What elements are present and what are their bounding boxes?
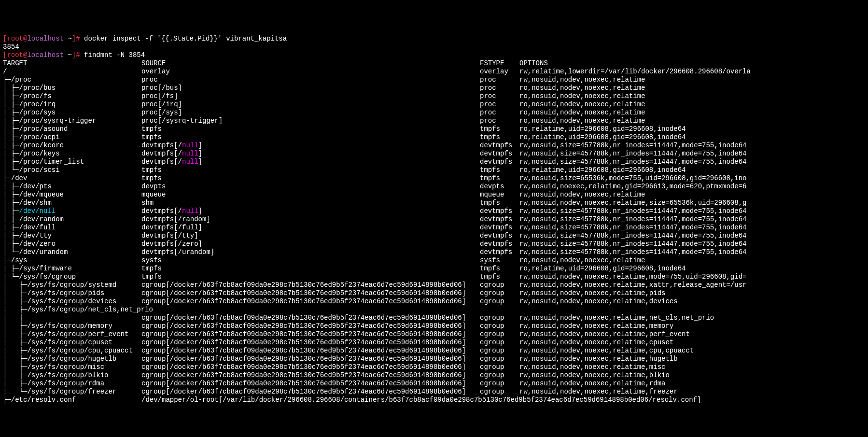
mount-row: │ ├─/dev/ttydevtmpfs[/tty]devtmpfsrw,nos… xyxy=(3,232,865,240)
mount-row: │ │cgroup[/docker/b63f7cb8acf09da0e298c7… xyxy=(3,314,865,322)
mount-fstype: tmpfs xyxy=(480,125,519,133)
mount-row: │ ├─/sys/fs/cgroup/cpusetcgroup[/docker/… xyxy=(3,338,865,347)
mount-target: │ ├─/sys/fs/cgroup/hugetlb xyxy=(3,355,141,363)
mount-fstype: cgroup xyxy=(480,363,519,371)
mount-target: │ ├─/proc/timer_list xyxy=(3,158,141,166)
mount-fstype: devtmpfs xyxy=(480,240,519,248)
mount-row: │ ├─/proc/asoundtmpfstmpfsro,relatime,ui… xyxy=(3,125,865,133)
mount-source: cgroup[/docker/b63f7cb8acf09da0e298c7b51… xyxy=(141,330,480,338)
mount-fstype: devpts xyxy=(480,183,519,191)
mount-options: rw,nosuid,size=457788k,nr_inodes=114447,… xyxy=(519,232,865,240)
mount-fstype: sysfs xyxy=(480,256,519,265)
mount-options: ro,relatime,uid=296608,gid=296608,inode6… xyxy=(519,125,865,133)
mount-row: │ ├─/sys/fs/cgroup/misccgroup[/docker/b6… xyxy=(3,363,865,371)
mount-fstype: proc xyxy=(480,117,519,125)
mount-options: ro,relatime,uid=296608,gid=296608,inode6… xyxy=(519,166,865,174)
mount-source: proc[/fs] xyxy=(141,92,480,100)
mount-target: │ ├─/proc/fs xyxy=(3,92,141,100)
mount-source: /dev/mapper/ol-root[/var/lib/docker/2966… xyxy=(141,396,480,404)
mount-target: │ ├─/sys/fs/cgroup/cpuset xyxy=(3,338,141,347)
mount-target: │ ├─/dev/tty xyxy=(3,232,141,240)
mount-source: cgroup[/docker/b63f7cb8acf09da0e298c7b51… xyxy=(141,355,480,363)
mount-options: rw,nosuid,size=457788k,nr_inodes=114447,… xyxy=(519,150,865,158)
mount-options: rw,relatime,lowerdir=/var/lib/docker/296… xyxy=(519,68,865,76)
mount-target: │ ├─/proc/sys xyxy=(3,109,141,117)
mount-source: cgroup[/docker/b63f7cb8acf09da0e298c7b51… xyxy=(141,380,480,388)
prompt-bracket-close: ] xyxy=(72,35,76,42)
mount-target: │ ├─/proc/asound xyxy=(3,125,141,133)
mount-source: tmpfs xyxy=(141,265,480,273)
mount-options: rw,nosuid,nodev,noexec,relatime,mode=755… xyxy=(519,273,865,281)
mount-fstype xyxy=(480,306,519,314)
mount-row: │ ├─/proc/irqproc[/irq]procro,nosuid,nod… xyxy=(3,100,865,109)
mount-row: ├─/procprocprocrw,nosuid,nodev,noexec,re… xyxy=(3,76,865,84)
mount-fstype: tmpfs xyxy=(480,265,519,273)
mount-row: │ ├─/proc/timer_listdevtmpfs[/null]devtm… xyxy=(3,158,865,166)
mount-source: devtmpfs[/null] xyxy=(141,150,480,158)
mount-row: │ ├─/proc/keysdevtmpfs[/null]devtmpfsrw,… xyxy=(3,150,865,158)
mount-source: devtmpfs[/urandom] xyxy=(141,248,480,256)
terminal[interactable]: [root@localhost ~]# docker inspect -f '{… xyxy=(3,35,865,404)
mount-target: │ ├─/sys/fs/cgroup/pids xyxy=(3,289,141,297)
mount-options: rw,nosuid,nodev,noexec,relatime,cpuset xyxy=(519,338,865,347)
command-2: findmnt -N 3854 xyxy=(84,51,145,59)
mount-target: │ ├─/sys/fs/cgroup/perf_event xyxy=(3,330,141,338)
mount-source: proc[/bus] xyxy=(141,84,480,92)
mount-source: tmpfs xyxy=(141,273,480,281)
mount-fstype: devtmpfs xyxy=(480,158,519,166)
mount-fstype: devtmpfs xyxy=(480,248,519,256)
mount-source: proc[/sys] xyxy=(141,109,480,117)
mount-source: devtmpfs[/null] xyxy=(141,158,480,166)
mount-row: │ ├─/sys/fs/cgroup/devicescgroup[/docker… xyxy=(3,297,865,306)
mount-source: cgroup[/docker/b63f7cb8acf09da0e298c7b51… xyxy=(141,281,480,289)
mount-fstype: proc xyxy=(480,84,519,92)
mount-fstype: devtmpfs xyxy=(480,224,519,232)
mount-target: │ ├─/dev/zero xyxy=(3,240,141,248)
header-options: OPTIONS xyxy=(519,59,865,68)
mount-target: │ ├─/dev/shm xyxy=(3,199,141,207)
mount-source: proc xyxy=(141,76,480,84)
mount-row: │ ├─/dev/randomdevtmpfs[/random]devtmpfs… xyxy=(3,215,865,224)
mount-source: tmpfs xyxy=(141,166,480,174)
prompt-hash: # xyxy=(76,35,84,42)
mount-options: ro,relatime,uid=296608,gid=296608,inode6… xyxy=(519,133,865,141)
mount-options: ro,nosuid,nodev,noexec,relatime xyxy=(519,109,865,117)
mount-target: │ └─/sys/fs/cgroup/freezer xyxy=(3,388,141,396)
mount-row: │ ├─/proc/acpitmpfstmpfsro,relatime,uid=… xyxy=(3,133,865,141)
mount-options: ro,nosuid,nodev,noexec,relatime xyxy=(519,84,865,92)
mount-target: │ ├─/proc/irq xyxy=(3,100,141,109)
mount-fstype: tmpfs xyxy=(480,273,519,281)
mount-row: │ └─/proc/scsitmpfstmpfsro,relatime,uid=… xyxy=(3,166,865,174)
mount-row: │ ├─/sys/fs/cgroup/hugetlbcgroup[/docker… xyxy=(3,355,865,363)
mount-source: overlay xyxy=(141,68,480,76)
mount-row: │ ├─/dev/fulldevtmpfs[/full]devtmpfsrw,n… xyxy=(3,224,865,232)
mount-source: devtmpfs[/zero] xyxy=(141,240,480,248)
mount-row: │ ├─/proc/fsproc[/fs]procro,nosuid,nodev… xyxy=(3,92,865,100)
mount-options: rw,nosuid,nodev,noexec,relatime xyxy=(519,76,865,84)
mount-fstype: devtmpfs xyxy=(480,207,519,215)
mount-fstype: proc xyxy=(480,76,519,84)
mount-options: ro,nosuid,nodev,noexec,relatime xyxy=(519,256,865,265)
mount-fstype: cgroup xyxy=(480,371,519,380)
mount-options: rw,nosuid,nodev,noexec,relatime,misc xyxy=(519,363,865,371)
mount-source: cgroup[/docker/b63f7cb8acf09da0e298c7b51… xyxy=(141,338,480,347)
mount-options: rw,nosuid,nodev,noexec,relatime xyxy=(519,191,865,199)
mount-fstype: tmpfs xyxy=(480,133,519,141)
mount-options: rw,nosuid,nodev,noexec,relatime,rdma xyxy=(519,380,865,388)
header-target: TARGET xyxy=(3,59,141,68)
mount-options xyxy=(519,396,865,404)
mount-options: rw,nosuid,size=457788k,nr_inodes=114447,… xyxy=(519,240,865,248)
mount-row: │ ├─/dev/zerodevtmpfs[/zero]devtmpfsrw,n… xyxy=(3,240,865,248)
prompt-dir: ~ xyxy=(64,35,72,42)
mount-row: │ ├─/sys/fs/cgroup/memorycgroup[/docker/… xyxy=(3,322,865,330)
mount-options: rw,nosuid,nodev,noexec,relatime,freezer xyxy=(519,388,865,396)
mount-fstype: proc xyxy=(480,100,519,109)
mount-row: │ └─/dev/urandomdevtmpfs[/urandom]devtmp… xyxy=(3,248,865,256)
mount-target: │ └─/proc/scsi xyxy=(3,166,141,174)
mount-options: rw,nosuid,nodev,noexec,relatime,net_cls,… xyxy=(519,314,865,322)
mount-target: │ ├─/proc/acpi xyxy=(3,133,141,141)
mount-target: │ ├─/sys/firmware xyxy=(3,265,141,273)
mount-source: cgroup[/docker/b63f7cb8acf09da0e298c7b51… xyxy=(141,388,480,396)
mount-options: rw,nosuid,nodev,noexec,relatime,hugetlb xyxy=(519,355,865,363)
mount-target: │ ├─/dev/full xyxy=(3,224,141,232)
